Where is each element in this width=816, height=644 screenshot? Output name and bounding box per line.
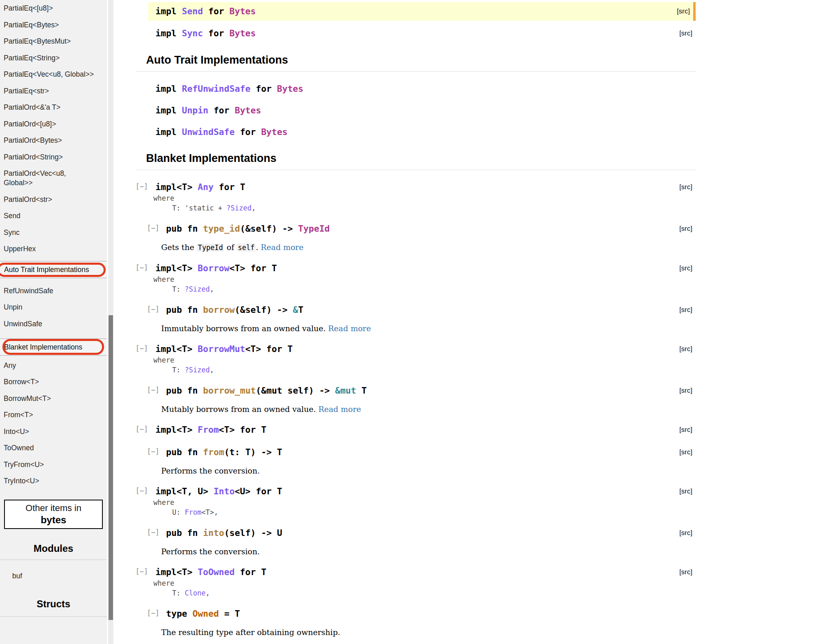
sidebar-item[interactable]: PartialEq<[u8]> — [4, 4, 103, 13]
read-more-link[interactable]: Read more — [261, 243, 304, 252]
src-link[interactable]: [src] — [674, 223, 692, 235]
code-link[interactable]: ?Sized — [226, 204, 251, 212]
sidebar-item[interactable]: PartialOrd<&'a T> — [4, 103, 103, 112]
sidebar-item[interactable]: ToOwned — [4, 443, 103, 453]
code-link[interactable]: Bytes — [229, 6, 256, 16]
code-link[interactable]: Bytes — [277, 84, 304, 94]
collapse-toggle-icon[interactable]: [−] — [135, 344, 148, 352]
sidebar-item[interactable]: From<T> — [4, 410, 103, 420]
sidebar-item[interactable]: PartialEq<str> — [4, 86, 103, 96]
sidebar-section-title[interactable]: Blanket Implementations — [0, 339, 107, 356]
code-link[interactable]: ?Sized — [185, 366, 210, 374]
code-link[interactable]: & — [293, 305, 298, 315]
src-link[interactable]: [src] — [672, 2, 690, 21]
code-link[interactable]: From — [185, 508, 202, 516]
sidebar-item[interactable]: Unpin — [4, 303, 103, 312]
collapse-toggle-icon[interactable]: [−] — [135, 182, 148, 190]
src-link[interactable]: [src] — [674, 446, 692, 458]
sidebar-scrollbar-thumb[interactable] — [109, 315, 113, 620]
code-link[interactable]: type_id — [203, 224, 240, 234]
other-items-box[interactable]: Other items inbytes — [4, 500, 103, 529]
src-link[interactable]: [src] — [674, 27, 692, 40]
code-link[interactable]: Send — [182, 6, 203, 16]
sidebar-item[interactable]: Send — [4, 211, 103, 221]
collapse-toggle-icon[interactable]: [−] — [147, 305, 160, 313]
read-more-link[interactable]: Read more — [328, 324, 371, 333]
collapse-toggle-icon[interactable]: [−] — [135, 567, 148, 575]
doc-text: Gets the — [161, 243, 197, 252]
code-text: impl<T, U> — [155, 486, 213, 496]
code-link[interactable]: Clone — [185, 589, 206, 597]
src-link[interactable]: [src] — [674, 566, 692, 579]
sidebar-item[interactable]: Borrow<T> — [4, 377, 103, 387]
code-text: pub fn — [166, 447, 203, 457]
sidebar-item[interactable]: PartialOrd<str> — [4, 195, 103, 204]
src-link[interactable]: [src] — [674, 343, 692, 356]
sidebar-trait-impl-list: PartialEq<[u8]>PartialEq<Bytes>PartialEq… — [0, 0, 107, 254]
code-text: T: 'static + — [172, 204, 226, 212]
src-link[interactable]: [src] — [674, 485, 692, 498]
src-link[interactable]: [src] — [674, 262, 692, 275]
code-link[interactable]: borrow_mut — [203, 385, 256, 396]
sidebar-item[interactable]: BorrowMut<T> — [4, 394, 103, 403]
sidebar-item[interactable]: TryInto<U> — [4, 476, 103, 486]
sidebar-item[interactable]: RefUnwindSafe — [4, 286, 103, 296]
sidebar-item[interactable]: TryFrom<U> — [4, 460, 103, 469]
sidebar-item[interactable]: UnwindSafe — [4, 319, 103, 329]
sidebar-item[interactable]: PartialOrd<String> — [4, 153, 103, 162]
sidebar-scrollbar[interactable] — [108, 0, 113, 644]
sidebar-item[interactable]: Into<U> — [4, 427, 103, 436]
doc-text: Performs the conversion. — [161, 547, 260, 556]
sidebar-item[interactable]: Any — [4, 361, 103, 370]
code-text: where — [153, 356, 174, 364]
src-link[interactable]: [src] — [674, 385, 692, 397]
src-link[interactable]: [src] — [674, 304, 692, 316]
sidebar-item[interactable]: PartialEq<String> — [4, 53, 103, 63]
sidebar-heading-modules[interactable]: Modules — [0, 543, 107, 560]
code-link[interactable]: Bytes — [229, 28, 256, 38]
collapse-toggle-icon[interactable]: [−] — [135, 487, 148, 495]
code-link[interactable]: borrow — [203, 305, 235, 315]
code-link[interactable]: ToOwned — [198, 567, 235, 577]
sidebar-item[interactable]: PartialEq<Vec<u8, Global>> — [4, 70, 103, 79]
code-link[interactable]: Bytes — [261, 127, 288, 137]
sidebar-item[interactable]: PartialOrd<[u8]> — [4, 120, 103, 129]
sidebar-item[interactable]: UpperHex — [4, 244, 103, 254]
sidebar-item[interactable]: PartialEq<Bytes> — [4, 20, 103, 30]
code-link[interactable]: Bytes — [235, 105, 261, 115]
read-more-link[interactable]: Read more — [318, 405, 361, 414]
code-link[interactable]: into — [203, 528, 224, 538]
code-link[interactable]: BorrowMut — [198, 344, 246, 354]
doc-inline-code: self — [237, 243, 256, 252]
code-link[interactable]: TypeId — [298, 224, 330, 234]
code-link[interactable]: ?Sized — [185, 285, 210, 293]
collapse-toggle-icon[interactable]: [−] — [147, 386, 160, 394]
sidebar-section-title[interactable]: Auto Trait Implementations — [0, 261, 107, 278]
code-link[interactable]: &mut — [335, 385, 356, 396]
code-link[interactable]: Sync — [182, 28, 203, 38]
sidebar-item[interactable]: PartialEq<BytesMut> — [4, 37, 103, 46]
code-link[interactable]: Into — [213, 486, 235, 496]
code-link[interactable]: Unpin — [182, 105, 208, 115]
sidebar-heading-structs[interactable]: Structs — [0, 598, 107, 617]
collapse-toggle-icon[interactable]: [−] — [147, 224, 160, 232]
code-link[interactable]: From — [198, 425, 219, 435]
collapse-toggle-icon[interactable]: [−] — [135, 425, 148, 433]
code-link[interactable]: UnwindSafe — [182, 127, 235, 137]
src-link[interactable]: [src] — [674, 527, 692, 539]
collapse-toggle-icon[interactable]: [−] — [147, 447, 160, 456]
src-link[interactable]: [src] — [674, 423, 692, 436]
code-link[interactable]: Any — [198, 182, 214, 192]
collapse-toggle-icon[interactable]: [−] — [147, 609, 160, 617]
src-link[interactable]: [src] — [674, 181, 692, 194]
sidebar-item[interactable]: PartialOrd<Vec<u8, Global>> — [4, 169, 76, 188]
sidebar-item[interactable]: Sync — [4, 228, 103, 237]
code-link[interactable]: Owned — [193, 609, 219, 619]
sidebar-item[interactable]: PartialOrd<Bytes> — [4, 136, 103, 145]
sidebar-item[interactable]: buf — [12, 571, 107, 581]
code-link[interactable]: from — [203, 447, 224, 457]
code-link[interactable]: Borrow — [198, 263, 230, 273]
collapse-toggle-icon[interactable]: [−] — [135, 263, 148, 272]
collapse-toggle-icon[interactable]: [−] — [147, 528, 160, 536]
code-link[interactable]: RefUnwindSafe — [182, 84, 251, 94]
